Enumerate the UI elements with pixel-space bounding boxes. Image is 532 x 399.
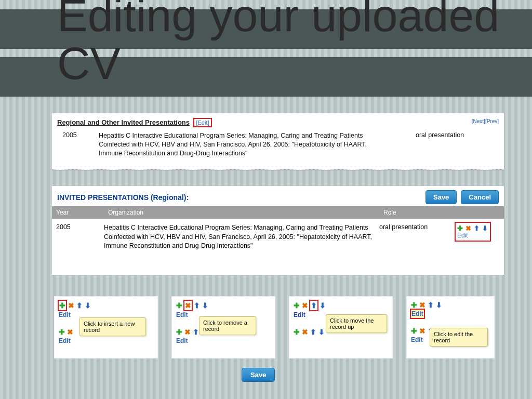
delete-icon[interactable]: ✖: [466, 224, 472, 231]
presentation-description: Hepatitis C Interactive Educational Prog…: [99, 131, 390, 158]
prev-link[interactable]: [Prev]: [485, 118, 499, 124]
move-up-icon[interactable]: ⬆: [76, 301, 83, 310]
cancel-button[interactable]: Cancel: [461, 190, 499, 204]
delete-icon[interactable]: ✖: [68, 301, 74, 310]
divider: [52, 169, 504, 170]
edit-table-panel: INVITED PRESENTATIONS (Regional): Save C…: [52, 186, 504, 275]
move-down-icon[interactable]: ⬇: [436, 301, 442, 309]
move-up-icon[interactable]: ⬆: [428, 301, 434, 309]
callout-insert: ✚ ✖ ⬆ ⬇ Edit ✚ ✖ Edit Click to insert a …: [54, 296, 158, 358]
tooltip-remove: Click to remove a record: [199, 316, 256, 335]
move-up-icon[interactable]: ⬆: [310, 301, 317, 310]
move-up-icon[interactable]: ⬆: [310, 328, 316, 336]
next-link[interactable]: [Next]: [472, 118, 485, 124]
insert-icon[interactable]: ✚: [176, 301, 182, 310]
col-role: Role: [379, 206, 452, 219]
move-down-icon[interactable]: ⬇: [85, 301, 91, 310]
delete-icon[interactable]: ✖: [302, 328, 308, 336]
tooltip-edit: Click to edit the record: [430, 328, 488, 347]
insert-icon[interactable]: ✚: [411, 301, 417, 309]
insert-icon[interactable]: ✚: [59, 301, 66, 310]
delete-icon[interactable]: ✖: [419, 301, 425, 309]
cell-year: 2005: [52, 223, 104, 251]
role-value: oral presentation: [416, 131, 499, 158]
panel-title: INVITED PRESENTATIONS (Regional):: [57, 193, 189, 202]
move-down-icon[interactable]: ⬇: [202, 301, 208, 310]
save-button[interactable]: Save: [425, 190, 457, 204]
callout-remove: ✚ ✖ ⬆ ⬇ Edit ✚ ✖ ⬆ Edit Click to remove …: [171, 296, 275, 358]
insert-icon[interactable]: ✚: [411, 327, 417, 335]
cell-role: oral presentation: [379, 223, 452, 251]
table-row: 2005 Hepatitis C Interactive Educational…: [52, 219, 504, 255]
delete-icon[interactable]: ✖: [184, 328, 191, 336]
col-org: Organization: [104, 206, 379, 219]
move-up-icon[interactable]: ⬆: [193, 328, 199, 336]
edit-link[interactable]: [Edit]: [195, 119, 210, 126]
tooltip-moveup: Click to move the record up: [326, 314, 387, 333]
save-button-bottom[interactable]: Save: [242, 368, 275, 382]
delete-icon[interactable]: ✖: [302, 301, 308, 310]
insert-icon[interactable]: ✚: [294, 301, 300, 310]
cell-org: Hepatitis C Interactive Educational Prog…: [104, 223, 379, 251]
tooltip-insert: Click to insert a new record: [79, 317, 146, 336]
insert-icon[interactable]: ✚: [176, 328, 182, 336]
row-actions: ✚ ✖ ⬆ ⬇ Edit: [456, 223, 489, 240]
move-up-icon[interactable]: ⬆: [474, 224, 480, 231]
section-heading: Regional and Other Invited Presentations: [57, 118, 190, 126]
presentation-row: 2005 Hepatitis C Interactive Educational…: [52, 129, 504, 162]
insert-icon[interactable]: ✚: [294, 328, 300, 336]
insert-icon[interactable]: ✚: [457, 224, 463, 231]
edit-label[interactable]: Edit: [411, 310, 424, 318]
delete-icon[interactable]: ✖: [67, 328, 73, 336]
move-down-icon[interactable]: ⬇: [482, 224, 488, 231]
edit-record-link[interactable]: Edit: [457, 232, 488, 239]
edit-label[interactable]: Edit: [176, 337, 271, 344]
callout-moveup: ✚ ✖ ⬆ ⬇ Edit ✚ ✖ ⬆ ⬇ Click to move the r…: [289, 296, 393, 358]
callouts: ✚ ✖ ⬆ ⬇ Edit ✚ ✖ Edit Click to insert a …: [54, 296, 506, 358]
delete-icon[interactable]: ✖: [184, 301, 192, 310]
slide-title: Editing your uploaded CV: [57, 0, 532, 88]
delete-icon[interactable]: ✖: [419, 327, 425, 335]
move-down-icon[interactable]: ⬇: [318, 328, 325, 336]
move-up-icon[interactable]: ⬆: [194, 301, 200, 310]
callout-edit: ✚ ✖ ⬆ ⬇ Edit ✚ ✖ ⬆ ⬇ Edit Click to edit …: [406, 296, 495, 358]
edit-label[interactable]: Edit: [59, 337, 153, 344]
move-down-icon[interactable]: ⬇: [320, 301, 326, 310]
bottom-save-wrap: Save: [242, 368, 275, 382]
table-header: Year Organization Role: [52, 206, 504, 219]
col-year: Year: [52, 206, 104, 219]
year-value: 2005: [62, 131, 99, 158]
insert-icon[interactable]: ✚: [59, 328, 65, 336]
nav-links: [Next][Prev]: [472, 118, 499, 124]
presentation-view: Regional and Other Invited Presentations…: [52, 113, 504, 170]
